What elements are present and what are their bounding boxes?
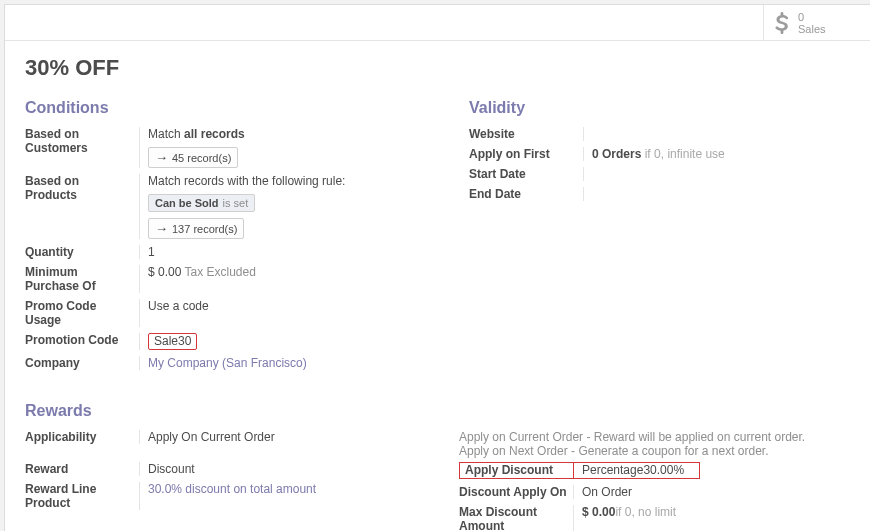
val-promo-usage: Use a code <box>140 299 409 327</box>
apply-first-hint: if 0, infinite use <box>645 147 725 161</box>
products-match-text: Match records with the following rule: <box>148 174 409 188</box>
sales-ribbon[interactable]: 0 Sales <box>763 5 870 40</box>
page-title: 30% OFF <box>25 55 853 81</box>
min-purchase-amount: $ 0.00 <box>148 265 181 279</box>
content: 30% OFF Conditions Based on Customers Ma… <box>5 41 870 531</box>
label-quantity: Quantity <box>25 245 140 259</box>
label-start-date: Start Date <box>469 167 584 181</box>
apply-discount-box: Percentage30.00% <box>574 462 700 479</box>
rule-can-be-sold[interactable]: Can be Sold is set <box>148 194 255 212</box>
ribbon-label: Sales <box>798 23 826 35</box>
reward-line-link[interactable]: 30.0% discount on total amount <box>148 482 316 496</box>
customers-records-count: 45 record(s) <box>172 152 231 164</box>
max-discount-hint: if 0, no limit <box>615 505 676 519</box>
label-promotion-code: Promotion Code <box>25 333 140 350</box>
apply-discount-type: Percentage <box>582 463 643 477</box>
ribbon-count: 0 <box>798 11 826 23</box>
all-records: all records <box>184 127 245 141</box>
apply-discount-pct: 30.00% <box>643 463 684 477</box>
customers-records-button[interactable]: → 45 record(s) <box>148 147 238 168</box>
label-promo-usage: Promo Code Usage <box>25 299 140 327</box>
val-based-customers: Match all records → 45 record(s) <box>140 127 409 168</box>
val-applicability: Apply On Current Order <box>140 430 419 444</box>
dollar-icon <box>774 12 790 34</box>
label-applicability: Applicability <box>25 430 140 444</box>
conditions-heading: Conditions <box>25 99 409 117</box>
val-discount-on: On Order <box>574 485 853 499</box>
val-apply-discount: Percentage30.00% <box>574 462 853 479</box>
company-link[interactable]: My Company (San Francisco) <box>148 356 307 370</box>
label-max-discount: Max Discount Amount <box>459 505 574 531</box>
products-records-button[interactable]: → 137 record(s) <box>148 218 244 239</box>
desc-next: Apply on Next Order - Generate a coupon … <box>459 444 853 458</box>
desc-next-text: Generate a coupon for a next order. <box>575 444 768 458</box>
max-discount-amount: $ 0.00 <box>582 505 615 519</box>
match-text: Match <box>148 127 181 141</box>
promotion-code-box: Sale30 <box>148 333 197 350</box>
val-max-discount: $ 0.00if 0, no limit <box>574 505 853 531</box>
topbar: 0 Sales <box>5 5 870 41</box>
label-company: Company <box>25 356 140 370</box>
val-min-purchase: $ 0.00 Tax Excluded <box>140 265 409 293</box>
label-reward-line: Reward Line Product <box>25 482 140 510</box>
validity-section: Validity Website Apply on First 0 Orders… <box>469 99 853 376</box>
label-apply-discount: Apply Discount <box>459 462 574 479</box>
arrow-right-icon: → <box>155 221 168 236</box>
products-records-count: 137 record(s) <box>172 223 237 235</box>
val-promotion-code: Sale30 <box>140 333 409 350</box>
label-based-products: Based on Products <box>25 174 140 239</box>
label-end-date: End Date <box>469 187 584 201</box>
desc-current-text: Reward will be applied on current order. <box>590 430 805 444</box>
conditions-section: Conditions Based on Customers Match all … <box>25 99 409 376</box>
desc-current: Apply on Current Order - Reward will be … <box>459 430 853 444</box>
val-website <box>584 127 853 141</box>
label-website: Website <box>469 127 584 141</box>
label-min-purchase: Minimum Purchase Of <box>25 265 140 293</box>
apply-first-value: 0 Orders <box>592 147 641 161</box>
arrow-right-icon: → <box>155 150 168 165</box>
label-discount-on: Discount Apply On <box>459 485 574 499</box>
desc-next-strong: Apply on Next Order - <box>459 444 575 458</box>
label-based-customers: Based on Customers <box>25 127 140 168</box>
val-company: My Company (San Francisco) <box>140 356 409 370</box>
label-reward: Reward <box>25 462 140 476</box>
val-end-date <box>584 187 853 201</box>
val-reward: Discount <box>140 462 419 476</box>
rule-field: Can be Sold <box>155 197 219 209</box>
desc-current-strong: Apply on Current Order - <box>459 430 590 444</box>
val-start-date <box>584 167 853 181</box>
val-reward-line: 30.0% discount on total amount <box>140 482 419 510</box>
val-quantity: 1 <box>140 245 409 259</box>
page: 0 Sales 30% OFF Conditions Based on Cust… <box>4 4 870 531</box>
val-apply-first: 0 Orders if 0, infinite use <box>584 147 853 161</box>
ribbon-text: 0 Sales <box>798 11 826 35</box>
validity-heading: Validity <box>469 99 853 117</box>
rule-op: is set <box>223 197 249 209</box>
label-apply-first: Apply on First <box>469 147 584 161</box>
rewards-heading: Rewards <box>25 402 853 420</box>
min-purchase-tax: Tax Excluded <box>185 265 256 279</box>
val-based-products: Match records with the following rule: C… <box>140 174 409 239</box>
